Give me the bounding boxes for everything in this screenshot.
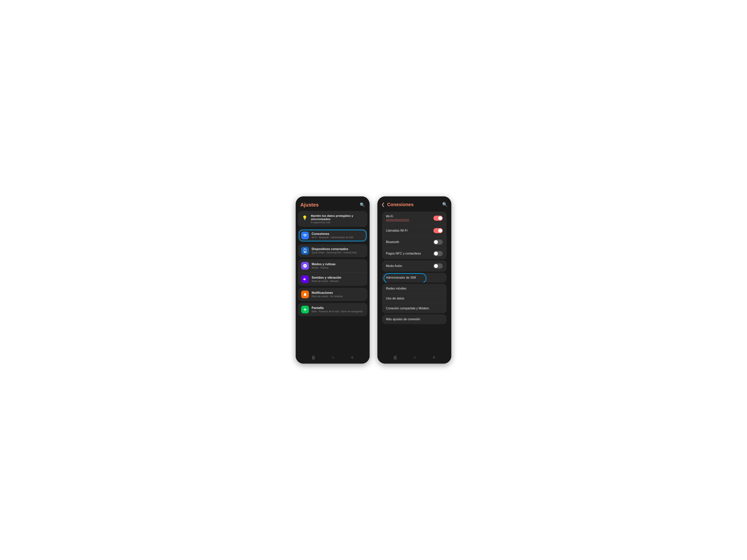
dispositivos-group: Dispositivos conectados Quick Share · Sa… [298, 244, 367, 257]
conexiones-icon [301, 232, 309, 239]
mas-ajustes-title: Más ajustes de conexión [386, 318, 420, 321]
notificaciones-subtitle: Barra de estado · No molestar [312, 295, 364, 298]
pantalla-text: Pantalla Brillo · Protector de la vista … [312, 306, 364, 313]
redes-title: Redes móviles [386, 287, 406, 290]
avion-title: Modo Avión [386, 264, 402, 268]
settings-item-modos[interactable]: Modos y rutinas Modos · Rutinas [298, 259, 367, 272]
redes-item[interactable]: Redes móviles [382, 284, 447, 293]
suggestion-title: Mantén tus datos protegidos y sincroniza… [311, 214, 364, 221]
datos-title: Uso de datos [386, 297, 404, 300]
settings-title: Ajustes [300, 202, 319, 208]
connections-title: Conexiones [387, 202, 414, 207]
right-phone: ❮ Conexiones 🔍 Wi-Fi Llamadas Wi-Fi [378, 196, 451, 364]
suggestion-card[interactable]: 💡 Mantén tus datos protegidos y sincroni… [298, 211, 367, 227]
dispositivos-text: Dispositivos conectados Quick Share · Sa… [312, 247, 364, 254]
nfc-toggle[interactable] [433, 251, 443, 256]
conexion-compartida-title: Conexión compartida y Módem [386, 306, 429, 310]
sonidos-title: Sonidos y vibración [312, 276, 364, 279]
dispositivos-icon [301, 247, 309, 255]
conexiones-text: Conexiones Wi-Fi · Bluetooth · Administr… [312, 232, 364, 239]
settings-item-conexiones[interactable]: Conexiones Wi-Fi · Bluetooth · Administr… [298, 229, 367, 242]
notificaciones-title: Notificaciones [312, 291, 364, 295]
dispositivos-title: Dispositivos conectados [312, 247, 364, 251]
datos-item[interactable]: Uso de datos [382, 293, 447, 303]
modos-subtitle: Modos · Rutinas [312, 266, 364, 269]
notificaciones-text: Notificaciones Barra de estado · No mole… [312, 291, 364, 298]
conexiones-subtitle: Wi-Fi · Bluetooth · Administrador de SIM [312, 236, 364, 239]
modos-sonidos-group: Modos y rutinas Modos · Rutinas Sonidos … [298, 259, 367, 286]
wifi-name-bar [386, 219, 409, 222]
pantalla-icon [301, 306, 309, 314]
avion-toggle[interactable] [433, 264, 443, 269]
bottom-nav-left: ||| ○ < [296, 352, 369, 364]
sim-title: Administrador de SIM [386, 276, 416, 279]
suggestion-text: Mantén tus datos protegidos y sincroniza… [311, 214, 364, 224]
connections-scroll[interactable]: Wi-Fi Llamadas Wi-Fi Bluetooth Pagos NFC… [378, 210, 451, 352]
bluetooth-title: Bluetooth [386, 240, 399, 244]
modos-title: Modos y rutinas [312, 263, 364, 266]
nfc-title: Pagos NFC y contactless [386, 252, 421, 255]
pantalla-group: Pantalla Brillo · Protector de la vista … [298, 303, 367, 316]
settings-item-sonidos[interactable]: Sonidos y vibración Modo de sonido · Mel… [298, 272, 367, 286]
pantalla-title: Pantalla [312, 306, 364, 310]
pantalla-subtitle: Brillo · Protector de la vista · Barra d… [312, 310, 364, 313]
settings-item-pantalla[interactable]: Pantalla Brillo · Protector de la vista … [298, 303, 367, 316]
conexiones-group: Conexiones Wi-Fi · Bluetooth · Administr… [298, 229, 367, 242]
wifi-title: Wi-Fi [386, 215, 409, 218]
modos-icon [301, 262, 309, 270]
wifi-group: Wi-Fi Llamadas Wi-Fi Bluetooth Pagos NFC… [382, 212, 447, 259]
settings-scroll[interactable]: 💡 Mantén tus datos protegidos y sincroni… [296, 211, 369, 352]
back-button-right[interactable]: < [433, 355, 435, 360]
conexiones-title: Conexiones [312, 232, 364, 236]
back-arrow-icon[interactable]: ❮ [381, 202, 385, 207]
nfc-item[interactable]: Pagos NFC y contactless [382, 248, 447, 259]
settings-item-notificaciones[interactable]: Notificaciones Barra de estado · No mole… [298, 288, 367, 301]
home-button-right[interactable]: ○ [414, 355, 416, 360]
mas-ajustes-item[interactable]: Más ajustes de conexión [382, 314, 447, 324]
sonidos-subtitle: Modo de sonido · Melodía [312, 280, 364, 283]
avion-group: Modo Avión [382, 260, 447, 272]
settings-screen: Ajustes 🔍 💡 Mantén tus datos protegidos … [296, 196, 369, 364]
connections-screen: ❮ Conexiones 🔍 Wi-Fi Llamadas Wi-Fi [378, 196, 451, 364]
recents-button-right[interactable]: ||| [393, 355, 397, 360]
conexion-compartida-item[interactable]: Conexión compartida y Módem [382, 303, 447, 313]
recents-button[interactable]: ||| [312, 355, 315, 360]
left-phone: Ajustes 🔍 💡 Mantén tus datos protegidos … [296, 196, 369, 364]
bottom-nav-right: ||| ○ < [378, 352, 451, 364]
connections-search-icon[interactable]: 🔍 [442, 202, 447, 207]
modos-text: Modos y rutinas Modos · Rutinas [312, 263, 364, 269]
wifi-toggle[interactable] [433, 216, 443, 221]
mas-ajustes-group: Más ajustes de conexión [382, 314, 447, 324]
redes-group: Redes móviles Uso de datos Conexión comp… [382, 284, 447, 313]
bluetooth-item[interactable]: Bluetooth [382, 236, 447, 248]
suggestion-subtitle: 5 sugerencias más [311, 221, 364, 224]
settings-item-dispositivos[interactable]: Dispositivos conectados Quick Share · Sa… [298, 244, 367, 257]
settings-header: Ajustes 🔍 [296, 196, 369, 211]
search-icon[interactable]: 🔍 [360, 203, 365, 208]
sonidos-icon [301, 275, 309, 283]
notificaciones-icon [301, 291, 309, 298]
sim-group: Administrador de SIM [382, 273, 447, 283]
connections-header: ❮ Conexiones 🔍 [378, 196, 451, 210]
wifi-text: Wi-Fi [386, 215, 409, 222]
bluetooth-toggle[interactable] [433, 240, 443, 245]
llamadas-wifi-item[interactable]: Llamadas Wi-Fi [382, 225, 447, 236]
connections-header-left: ❮ Conexiones [381, 202, 414, 207]
notificaciones-group: Notificaciones Barra de estado · No mole… [298, 288, 367, 301]
sim-item[interactable]: Administrador de SIM [382, 273, 447, 283]
back-button[interactable]: < [351, 355, 354, 360]
avion-item[interactable]: Modo Avión [382, 260, 447, 272]
llamadas-wifi-toggle[interactable] [433, 228, 443, 233]
sonidos-text: Sonidos y vibración Modo de sonido · Mel… [312, 276, 364, 283]
suggestion-icon: 💡 [301, 214, 308, 221]
wifi-item[interactable]: Wi-Fi [382, 212, 447, 225]
home-button[interactable]: ○ [332, 355, 334, 360]
llamadas-wifi-title: Llamadas Wi-Fi [386, 229, 408, 232]
dispositivos-subtitle: Quick Share · Samsung DeX · Android Auto [312, 251, 364, 254]
